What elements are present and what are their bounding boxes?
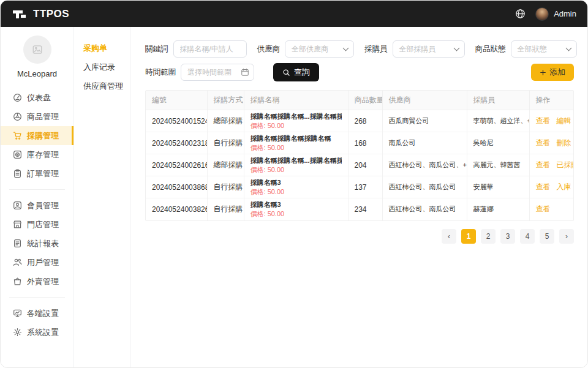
purchase-table: 編號 採購方式 採購名稱 商品數量 供應商 採購員 <box>145 90 574 221</box>
chevron-down-icon <box>453 45 459 51</box>
cell-order-id: 20240524003868 <box>146 176 207 198</box>
sidebar-item-label: 會員管理 <box>27 200 59 211</box>
pagination-item[interactable]: 4 <box>520 229 535 244</box>
sidebar-menu: 仪表盘 商品管理 採購管理 庫存管理 <box>1 88 74 367</box>
pagination-item[interactable]: 5 <box>540 229 554 244</box>
row-action-link[interactable]: 查看 <box>536 116 551 126</box>
user-avatar[interactable] <box>23 36 51 64</box>
globe-icon[interactable] <box>515 9 526 19</box>
time-range-input[interactable] <box>181 64 254 81</box>
supplier-label: 供應商 <box>257 44 281 54</box>
sidebar-item[interactable]: 統計報表 <box>1 234 74 253</box>
admin-name: Admin <box>554 9 576 18</box>
secondary-nav-item[interactable]: 采购单 <box>74 39 130 58</box>
app-window: TTPOS Admin McLeopard 仪表盘 <box>0 0 588 368</box>
status-select-value: 全部狀態 <box>518 44 547 54</box>
row-action-link[interactable]: 查看 <box>536 160 551 170</box>
supplier-select-value: 全部供應商 <box>292 44 328 54</box>
purchase-name-text: 採購名稱採購名稱...採購名稱採購名稱 <box>251 112 342 121</box>
cell-quantity: 168 <box>348 132 382 154</box>
top-right-controls: Admin <box>515 7 576 21</box>
sidebar-item-icon <box>13 131 22 140</box>
buyer-select[interactable]: 全部採購員 <box>393 40 465 58</box>
time-range-label: 時間範圍 <box>145 67 176 78</box>
buyer-select-value: 全部採購員 <box>399 44 436 54</box>
sidebar-item[interactable]: 庫存管理 <box>1 145 74 164</box>
sidebar-item-label: 訂單管理 <box>27 168 59 179</box>
secondary-nav-item[interactable]: 供应商管理 <box>74 77 130 96</box>
cell-purchase-method: 自行採購 <box>207 198 244 220</box>
sidebar-item[interactable]: 各端設置 <box>1 304 74 323</box>
purchase-price: 價格: 50.00 <box>251 187 342 196</box>
pagination-item[interactable]: ‹ <box>442 229 456 244</box>
secondary-nav-item[interactable]: 入库记录 <box>74 58 130 77</box>
status-select[interactable]: 全部狀態 <box>511 40 577 58</box>
sidebar-item[interactable] <box>9 189 65 190</box>
cell-purchase-name: 採購名稱3 價格: 50.00 <box>244 176 348 198</box>
admin-menu[interactable]: Admin <box>535 7 576 21</box>
row-action-link[interactable]: 刪除 <box>557 138 571 148</box>
table-header-cell: 採購名稱 <box>244 91 348 110</box>
top-bar: TTPOS Admin <box>1 1 587 27</box>
brand-title: TTPOS <box>33 8 69 20</box>
row-action-link[interactable]: 查看 <box>536 182 551 192</box>
pagination: ‹ 1 2 3 4 5 › <box>145 229 574 244</box>
sidebar-item[interactable]: 商品管理 <box>1 107 74 126</box>
sidebar-item-icon <box>13 150 22 159</box>
table-header-cell: 操作 <box>529 91 573 110</box>
row-action-link[interactable]: 查看 <box>536 138 551 148</box>
search-button[interactable]: 查詢 <box>273 63 319 81</box>
cell-supplier: 西紅柿公司、南瓜公司 <box>382 198 467 220</box>
filter-row-2: 時間範圍 查詢 添加 <box>145 63 574 81</box>
sidebar-item[interactable] <box>9 297 65 298</box>
sidebar-item[interactable]: 用戶管理 <box>1 253 74 272</box>
status-filter: 商品狀態 全部狀態 <box>475 40 577 58</box>
sidebar-item-icon <box>13 169 22 178</box>
row-action-link[interactable]: 編輯 <box>557 116 571 126</box>
sidebar-item[interactable]: 系統設置 <box>1 323 74 342</box>
row-action-link[interactable]: 已採購 <box>557 160 574 170</box>
cell-purchase-name: 採購名稱採購名稱...採購名稱採購名稱 價格: 50.00 <box>244 154 348 176</box>
cell-actions: 查看 入庫 <box>529 176 573 198</box>
table-row: 20240524003868 自行採購 採購名稱3 價格: 50.00 13 <box>146 176 573 198</box>
table-row: 20240524001524 總部採購 採購名稱採購名稱...採購名稱採購名稱 … <box>146 110 573 132</box>
row-action-link[interactable]: 入庫 <box>557 182 571 192</box>
sidebar-item[interactable]: 採購管理 <box>1 126 74 145</box>
table-header-cell: 商品數量 <box>348 91 382 110</box>
keyword-label: 關鍵詞 <box>145 44 168 54</box>
sidebar-item[interactable]: 訂單管理 <box>1 164 74 183</box>
sidebar-item-label: 商品管理 <box>27 111 59 122</box>
pagination-item[interactable]: 1 <box>461 229 476 244</box>
keyword-input[interactable] <box>173 40 247 58</box>
pagination-item[interactable]: 2 <box>481 229 496 244</box>
cell-supplier: 南瓜公司 <box>382 132 467 154</box>
purchase-name-text: 採購名稱採購名稱...採購名稱採購名稱 <box>251 156 342 165</box>
purchase-price: 價格: 50.00 <box>251 143 342 152</box>
sidebar-item-icon <box>13 239 22 248</box>
cell-quantity: 204 <box>348 154 382 176</box>
row-action-link[interactable]: 查看 <box>536 204 551 214</box>
filter-row-1: 關鍵詞 供應商 全部供應商 採購員 全部採購員 <box>145 40 574 58</box>
add-button[interactable]: 添加 <box>531 64 574 81</box>
purchase-name-text: 採購名稱採購名稱採購名稱 <box>251 134 342 143</box>
cell-actions: 查看 刪除 <box>529 132 573 154</box>
sidebar-item-icon <box>13 258 22 267</box>
pagination-item[interactable]: 3 <box>500 229 515 244</box>
keyword-filter: 關鍵詞 <box>145 40 247 58</box>
sidebar-item[interactable]: 仪表盘 <box>1 88 74 107</box>
secondary-nav: 采购单 入库记录 供应商管理 <box>74 27 130 367</box>
cell-buyer: 安麗華 <box>467 176 529 198</box>
buyer-label: 採購員 <box>364 44 388 54</box>
sidebar-item-icon <box>13 328 22 337</box>
sidebar-item[interactable]: 外賣管理 <box>1 272 74 291</box>
pagination-item[interactable]: › <box>559 229 574 244</box>
sidebar-item-label: 採購管理 <box>27 130 59 141</box>
cell-purchase-name: 採購名稱3 價格: 50.00 <box>244 198 348 220</box>
purchase-name-text: 採購名稱3 <box>251 200 342 209</box>
sidebar-item[interactable]: 會員管理 <box>1 196 74 215</box>
table-header-cell: 採購方式 <box>207 91 244 110</box>
supplier-select[interactable]: 全部供應商 <box>285 40 354 58</box>
purchase-price: 價格: 50.00 <box>251 121 342 130</box>
sidebar-item[interactable]: 門店管理 <box>1 215 74 234</box>
add-button-label: 添加 <box>549 67 565 78</box>
